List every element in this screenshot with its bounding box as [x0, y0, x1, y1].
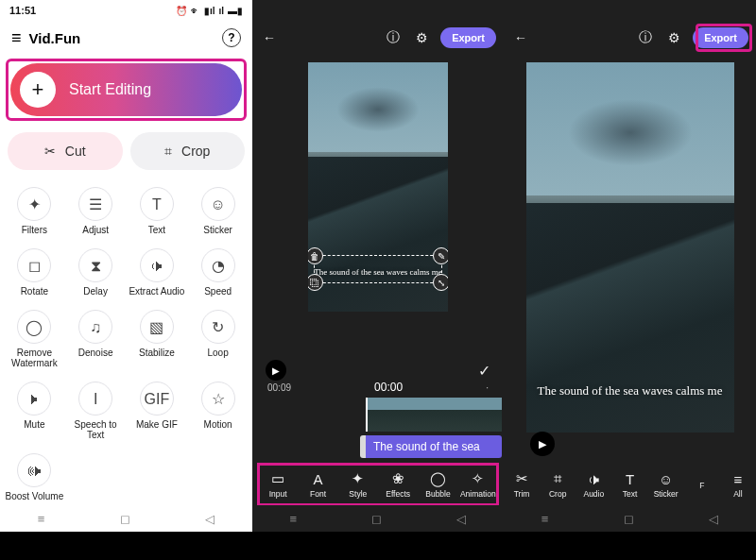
audio-icon: 🕩: [587, 471, 601, 487]
tool-filters[interactable]: ✦Filters: [4, 181, 65, 241]
stabilize-icon: ▧: [140, 310, 174, 344]
delay-icon: ⧗: [78, 248, 112, 282]
gear-icon[interactable]: ⚙: [412, 28, 431, 47]
tab-input[interactable]: ▭Input: [258, 470, 298, 499]
tool-text[interactable]: TText: [127, 181, 188, 241]
signal-icon: ▮ıl: [204, 6, 215, 16]
sticker-icon: ☺: [659, 471, 673, 487]
editor-panel-text: ← ⓘ ⚙ Export The sound of the sea waves …: [252, 0, 504, 532]
crop-button[interactable]: ⌗ Crop: [130, 132, 246, 170]
tool-rotate[interactable]: ◻Rotate: [4, 243, 65, 302]
tool-remove-watermark[interactable]: ◯Remove Watermark: [4, 304, 65, 374]
tab-f[interactable]: F: [684, 479, 720, 490]
crop-icon: ⌗: [554, 470, 561, 487]
play-icon[interactable]: ▶: [530, 432, 555, 456]
alarm-icon: ⏰: [176, 6, 187, 16]
tool-label: Mute: [24, 419, 44, 430]
start-editing-button[interactable]: + Start Editing: [10, 63, 242, 116]
tool-speech-to-text[interactable]: ISpeech to Text: [65, 376, 127, 446]
system-nav: ≡ ◻ ◁: [252, 505, 504, 532]
tab-bubble[interactable]: ◯Bubble: [418, 470, 457, 499]
tool-make-gif[interactable]: GIFMake GIF: [127, 376, 188, 446]
nav-home-icon[interactable]: ◻: [120, 512, 130, 526]
tool-label: Remove Watermark: [4, 348, 65, 368]
tab-all[interactable]: ≡All: [720, 471, 756, 499]
video-track[interactable]: [252, 398, 504, 432]
style-icon: ✦: [352, 470, 364, 487]
speech-to-text-icon: I: [78, 382, 112, 416]
tab-trim[interactable]: ✂Trim: [504, 470, 540, 499]
tool-stabilize[interactable]: ▧Stabilize: [127, 304, 188, 374]
nav-recent-icon[interactable]: ≡: [38, 512, 45, 526]
tool-extract-audio[interactable]: 🕩Extract Audio: [127, 243, 188, 302]
mute-icon: 🕨: [17, 382, 51, 416]
speed-icon: ◔: [201, 248, 235, 282]
app-header: ≡ Vid.Fun ?: [0, 21, 252, 55]
export-button[interactable]: Export: [440, 27, 496, 48]
nav-back-icon[interactable]: ◁: [205, 512, 215, 526]
playhead[interactable]: [366, 398, 368, 432]
help-icon[interactable]: ?: [222, 28, 241, 47]
motion-icon: ☆: [201, 382, 235, 416]
tool-loop[interactable]: ↻Loop: [187, 304, 249, 374]
text-toolbar: ▭InputAFont✦Style❀Effects◯Bubble✧Animati…: [258, 464, 498, 505]
video-preview[interactable]: The sound of the sea waves calms me 🗑 ✎ …: [308, 62, 448, 312]
tab-label: Animation: [460, 489, 496, 499]
rotate-icon: ◻: [17, 248, 51, 282]
main-toolbar: ✂Trim⌗Crop🕩AudioTText☺StickerF≡All: [504, 464, 756, 505]
nav-home-icon[interactable]: ◻: [371, 512, 382, 526]
edit-handle-icon[interactable]: ✎: [433, 247, 448, 264]
nav-recent-icon[interactable]: ≡: [290, 512, 298, 526]
tab-label: F: [699, 481, 704, 490]
tab-style[interactable]: ✦Style: [338, 470, 378, 499]
tool-speed[interactable]: ◔Speed: [187, 243, 249, 302]
tool-label: Boost Volume: [6, 491, 64, 501]
nav-back-icon[interactable]: ◁: [456, 512, 466, 526]
delete-handle-icon[interactable]: 🗑: [308, 247, 323, 264]
tool-adjust[interactable]: ☰Adjust: [65, 181, 127, 241]
crop-label: Crop: [181, 144, 210, 159]
tool-label: Rotate: [21, 286, 48, 297]
help-icon[interactable]: ⓘ: [384, 28, 403, 47]
gear-icon[interactable]: ⚙: [664, 28, 683, 47]
tool-delay[interactable]: ⧗Delay: [65, 243, 127, 302]
tab-effects[interactable]: ❀Effects: [378, 470, 418, 499]
tool-motion[interactable]: ☆Motion: [187, 376, 249, 446]
extract-audio-icon: 🕩: [140, 248, 174, 282]
time-scale-dot: ·: [486, 382, 489, 393]
overlay-text: The sound of the sea waves calms me: [314, 267, 442, 277]
menu-icon[interactable]: ≡: [11, 29, 22, 46]
tool-label: Loop: [208, 348, 229, 358]
tab-font[interactable]: AFont: [298, 471, 337, 499]
back-icon[interactable]: ←: [511, 28, 530, 47]
tab-label: Bubble: [425, 489, 450, 499]
help-icon[interactable]: ⓘ: [636, 28, 655, 47]
video-preview[interactable]: The sound of the sea waves calms me: [526, 62, 734, 433]
tab-crop[interactable]: ⌗Crop: [540, 470, 576, 499]
cut-button[interactable]: ✂ Cut: [8, 132, 123, 170]
tool-denoise[interactable]: ♫Denoise: [65, 304, 127, 374]
text-overlay-box[interactable]: The sound of the sea waves calms me 🗑 ✎ …: [314, 255, 442, 283]
confirm-icon[interactable]: ✓: [478, 362, 490, 380]
app-title: Vid.Fun: [29, 30, 81, 46]
play-icon[interactable]: ▶: [266, 360, 286, 381]
overlay-text: The sound of the sea waves calms me: [537, 383, 722, 399]
tool-boost-volume[interactable]: 🕪Boost Volume: [4, 448, 65, 507]
tab-text[interactable]: TText: [611, 471, 647, 499]
text-clip[interactable]: The sound of the sea: [360, 435, 502, 458]
nav-recent-icon[interactable]: ≡: [541, 512, 549, 526]
back-icon[interactable]: ←: [260, 28, 279, 47]
tab-animation[interactable]: ✧Animation: [458, 470, 498, 499]
all-icon: ≡: [734, 471, 743, 487]
tool-mute[interactable]: 🕨Mute: [4, 376, 65, 446]
export-button[interactable]: Export: [693, 27, 748, 48]
text-track[interactable]: The sound of the sea: [252, 435, 504, 458]
nav-home-icon[interactable]: ◻: [624, 512, 634, 526]
tab-sticker[interactable]: ☺Sticker: [648, 471, 684, 499]
font-icon: A: [313, 471, 322, 487]
nav-back-icon[interactable]: ◁: [709, 512, 718, 526]
tool-sticker[interactable]: ☺Sticker: [187, 181, 249, 241]
plus-icon: +: [20, 72, 56, 108]
resize-handle-icon[interactable]: ⤡: [433, 274, 448, 291]
tab-audio[interactable]: 🕩Audio: [576, 471, 611, 499]
